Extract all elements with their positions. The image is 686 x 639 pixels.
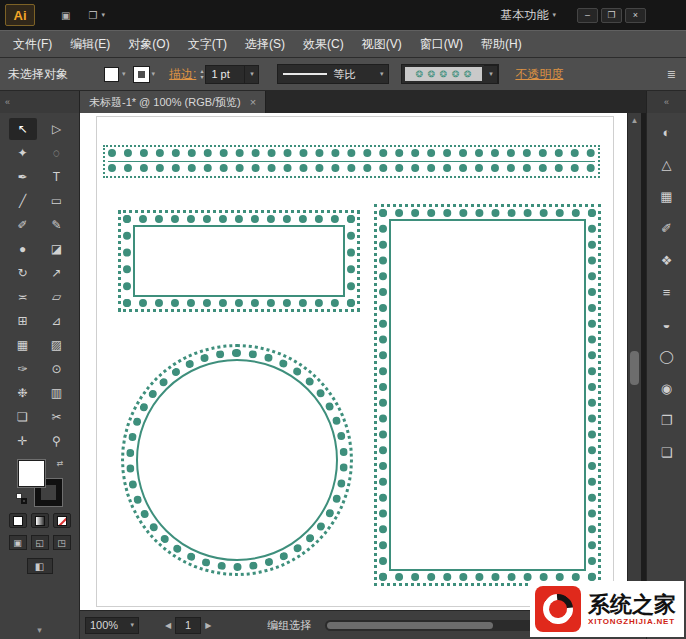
eyedropper-tool[interactable]: ✑: [9, 358, 37, 380]
draw-normal-button[interactable]: ▣: [9, 535, 27, 550]
menu-type[interactable]: 文字(T): [179, 31, 236, 57]
pencil-tool[interactable]: ✎: [43, 214, 71, 236]
stroke-panel-icon[interactable]: ≡: [654, 280, 680, 304]
control-panel-menu-icon[interactable]: ≣: [667, 68, 676, 81]
artboards-panel-icon[interactable]: ❏: [654, 440, 680, 464]
stroke-color-dropdown[interactable]: ▾: [134, 67, 156, 82]
hand-tool[interactable]: ✛: [9, 430, 37, 452]
zoom-level-dropdown[interactable]: 100% ▾: [85, 617, 139, 634]
layers-panel-icon[interactable]: ❐: [654, 408, 680, 432]
restore-button[interactable]: ❐: [601, 8, 622, 23]
gradient-icon: [35, 516, 45, 526]
paintbrush-tool[interactable]: ✐: [9, 214, 37, 236]
width-tool[interactable]: ≍: [9, 286, 37, 308]
draw-behind-button[interactable]: ◱: [31, 535, 49, 550]
symbols-panel-icon[interactable]: ❖: [654, 248, 680, 272]
close-tab-icon[interactable]: ×: [250, 96, 256, 108]
document-tab[interactable]: 未标题-1* @ 100% (RGB/预览) ×: [80, 91, 266, 113]
color-guide-panel-icon[interactable]: △: [654, 152, 680, 176]
zoom-tool[interactable]: ⚲: [43, 430, 71, 452]
stroke-panel-link[interactable]: 描边:: [169, 66, 196, 83]
change-screen-mode-button[interactable]: ◧: [27, 558, 53, 574]
gradient-panel-icon[interactable]: ◒: [654, 312, 680, 336]
watermark-subtitle: XITONGZHIJIA.NET: [588, 617, 676, 626]
appearance-panel-icon[interactable]: ◉: [654, 376, 680, 400]
scroll-up-icon[interactable]: ▲: [628, 113, 641, 127]
stroke-weight-field[interactable]: 1 pt: [205, 65, 245, 84]
menu-edit[interactable]: 编辑(E): [61, 31, 119, 57]
chevron-down-icon: ▾: [489, 70, 493, 78]
menu-view[interactable]: 视图(V): [353, 31, 411, 57]
transparency-panel-icon[interactable]: ◯: [654, 344, 680, 368]
menu-effect[interactable]: 效果(C): [294, 31, 353, 57]
menu-help[interactable]: 帮助(H): [472, 31, 531, 57]
rotate-tool[interactable]: ↻: [9, 262, 37, 284]
menu-object[interactable]: 对象(O): [119, 31, 178, 57]
fill-color-dropdown[interactable]: ▾: [104, 67, 126, 82]
swap-fill-stroke-icon[interactable]: ⇄: [57, 460, 64, 468]
next-artboard-icon[interactable]: ▶: [205, 621, 211, 630]
symbol-sprayer-tool[interactable]: ❉: [9, 382, 37, 404]
none-button[interactable]: [53, 513, 71, 528]
magic-wand-tool[interactable]: ✦: [9, 142, 37, 164]
vertical-scrollbar[interactable]: ▲ ▼: [627, 113, 641, 610]
expand-dock-icon[interactable]: «: [664, 97, 669, 107]
free-transform-tool[interactable]: ▱: [43, 286, 71, 308]
collapse-tools-icon[interactable]: «: [5, 97, 10, 107]
arrange-documents-button[interactable]: ❐ ▾: [84, 6, 108, 24]
menu-file[interactable]: 文件(F): [4, 31, 61, 57]
line-segment-tool[interactable]: ╱: [9, 190, 37, 212]
eraser-tool[interactable]: ◪: [43, 238, 71, 260]
gradient-button[interactable]: [31, 513, 49, 528]
rectangle-ornamental-frame[interactable]: [118, 210, 360, 312]
width-profile-dropdown[interactable]: 等比 ▾: [277, 64, 389, 84]
blob-brush-tool[interactable]: ●: [9, 238, 37, 260]
type-tool[interactable]: T: [43, 166, 71, 188]
mesh-tool[interactable]: ▦: [9, 334, 37, 356]
stroke-weight-dropdown[interactable]: ▾: [245, 65, 259, 84]
scale-tool[interactable]: ↗: [43, 262, 71, 284]
ornamental-border-band[interactable]: [103, 145, 600, 178]
menu-window[interactable]: 窗口(W): [411, 31, 472, 57]
brush-dropdown-caret[interactable]: ▾: [484, 65, 498, 84]
previous-artboard-icon[interactable]: ◀: [165, 621, 171, 630]
color-button[interactable]: [9, 513, 27, 528]
portrait-ornamental-frame[interactable]: [374, 204, 601, 586]
close-button[interactable]: ×: [625, 8, 646, 23]
bridge-button[interactable]: ▣: [57, 6, 74, 24]
default-fill-stroke-icon[interactable]: [16, 493, 27, 504]
artboard-number-field[interactable]: 1: [175, 617, 201, 634]
direct-selection-tool[interactable]: ▷: [43, 118, 71, 140]
minimize-button[interactable]: –: [577, 8, 598, 23]
decrement-icon[interactable]: ▾: [200, 74, 203, 80]
column-graph-tool[interactable]: ▥: [43, 382, 71, 404]
canvas[interactable]: [80, 113, 627, 610]
watermark-logo: [535, 586, 581, 632]
pen-tool[interactable]: ✒: [9, 166, 37, 188]
selection-tool[interactable]: ↖: [9, 118, 37, 140]
rectangle-tool[interactable]: ▭: [43, 190, 71, 212]
shape-builder-tool[interactable]: ⊞: [9, 310, 37, 332]
circle-ornamental-frame[interactable]: [121, 344, 353, 576]
blend-tool[interactable]: ⊙: [43, 358, 71, 380]
brush-definition-dropdown[interactable]: ❂ ❂ ❂ ❂ ❂ ▾: [401, 64, 499, 84]
swatches-panel-icon[interactable]: ▦: [654, 184, 680, 208]
stepper-arrows[interactable]: ▴ ▾: [200, 68, 203, 80]
vertical-scrollbar-thumb[interactable]: [630, 351, 639, 385]
perspective-grid-tool[interactable]: ⊿: [43, 310, 71, 332]
artboard-tool[interactable]: ❏: [9, 406, 37, 428]
color-panel-icon[interactable]: ◐: [654, 120, 680, 144]
lasso-tool[interactable]: ◌: [43, 142, 71, 164]
zoom-level-value: 100%: [90, 619, 118, 631]
slice-tool[interactable]: ✂: [43, 406, 71, 428]
fill-color-swatch[interactable]: [18, 460, 45, 487]
tabbar-spacer: [266, 91, 646, 113]
horizontal-scrollbar-thumb[interactable]: [327, 622, 492, 629]
brushes-panel-icon[interactable]: ✐: [654, 216, 680, 240]
gradient-tool[interactable]: ▨: [43, 334, 71, 356]
workspace-switcher[interactable]: 基本功能 ▾: [496, 6, 560, 24]
menu-select[interactable]: 选择(S): [236, 31, 294, 57]
draw-inside-button[interactable]: ◳: [53, 535, 71, 550]
opacity-panel-link[interactable]: 不透明度: [515, 66, 563, 83]
tools-expand-icon[interactable]: ▾: [0, 625, 79, 635]
